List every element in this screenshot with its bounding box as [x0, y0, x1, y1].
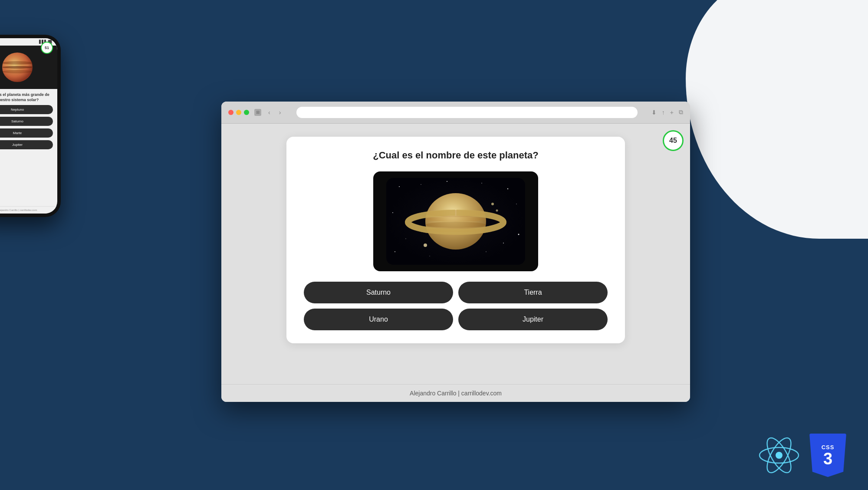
browser-chrome: ⊞ ‹ › ⬇ ↑ + ⧉ [221, 102, 690, 124]
css-number: 3 [823, 451, 832, 467]
browser-dots [228, 110, 249, 115]
share-btn[interactable]: ↑ [662, 109, 665, 116]
browser-actions: ⬇ ↑ + ⧉ [651, 109, 683, 116]
new-tab-btn[interactable]: + [670, 109, 674, 116]
dot-minimize[interactable] [236, 110, 241, 115]
answer-saturno[interactable]: Saturno [304, 282, 453, 303]
phone-answer-marte[interactable]: Marte [0, 128, 53, 138]
tech-icons: CSS 3 [757, 434, 846, 477]
svg-point-26 [424, 243, 427, 247]
svg-point-7 [421, 184, 421, 185]
answer-urano[interactable]: Urano [304, 309, 453, 330]
phone-answer-jupiter[interactable]: Jupiter [0, 140, 53, 149]
jupiter-svg [0, 50, 43, 85]
svg-point-8 [447, 181, 447, 182]
download-btn[interactable]: ⬇ [651, 109, 657, 116]
phone-frame: 2:04 ▋▋▋ ⬛ 51 [0, 35, 61, 217]
phone-question: ¿Cual es el planeta más grande de nuestr… [0, 92, 53, 102]
dot-maximize[interactable] [244, 110, 249, 115]
svg-point-13 [405, 238, 406, 239]
phone-screen: 2:04 ▋▋▋ ⬛ 51 [0, 38, 57, 214]
url-bar[interactable] [296, 107, 637, 118]
answer-jupiter[interactable]: Jupiter [458, 309, 608, 330]
window-grid-btn[interactable]: ⊞ [254, 109, 261, 116]
browser-content: 45 ¿Cual es el nombre de este planeta? [221, 124, 690, 384]
tabs-btn[interactable]: ⧉ [679, 109, 683, 116]
saturn-svg [386, 178, 525, 265]
svg-point-9 [481, 183, 482, 184]
phone-content: ¿Cual es el planeta más grande de nuestr… [0, 89, 57, 206]
svg-point-23 [425, 222, 486, 228]
svg-point-18 [429, 256, 430, 256]
browser-footer: Alejandro Carrillo | carrillodev.com [221, 384, 690, 402]
phone-footer: Alejandro Carrillo | carrillodev.com [0, 206, 57, 214]
browser-window: ⊞ ‹ › ⬇ ↑ + ⧉ 45 ¿Cual es el nombre de e… [221, 102, 690, 402]
svg-point-2 [2, 66, 33, 69]
phone-answer-saturno[interactable]: Saturno [0, 117, 53, 126]
svg-point-14 [503, 243, 504, 243]
react-icon [757, 434, 801, 477]
back-arrow[interactable]: ‹ [266, 108, 272, 117]
phone-answer-neptuno[interactable]: Neptuno [0, 105, 53, 114]
svg-point-15 [518, 233, 519, 235]
svg-point-6 [399, 186, 400, 187]
phone-mockup: 2:04 ▋▋▋ ⬛ 51 [0, 35, 61, 217]
svg-point-10 [507, 188, 508, 189]
svg-point-4 [2, 64, 33, 66]
svg-point-16 [486, 251, 487, 252]
svg-point-1 [2, 61, 33, 65]
dot-close[interactable] [228, 110, 233, 115]
planet-image-container [373, 171, 538, 271]
svg-point-17 [395, 251, 395, 252]
svg-point-12 [392, 212, 393, 213]
quiz-card: ¿Cual es el nombre de este planeta? [286, 137, 625, 343]
answer-tierra[interactable]: Tierra [458, 282, 608, 303]
forward-arrow[interactable]: › [277, 108, 283, 117]
answers-grid: Saturno Tierra Urano Jupiter [304, 282, 608, 330]
css3-badge: CSS 3 [809, 434, 846, 477]
quiz-question: ¿Cual es el nombre de este planeta? [373, 150, 538, 161]
browser-timer: 45 [663, 130, 684, 151]
svg-point-11 [516, 204, 517, 204]
svg-point-29 [776, 452, 783, 459]
svg-point-3 [2, 70, 33, 73]
svg-point-28 [496, 209, 498, 211]
phone-timer: 51 [41, 42, 53, 54]
svg-point-22 [425, 217, 486, 222]
svg-point-27 [491, 203, 494, 205]
